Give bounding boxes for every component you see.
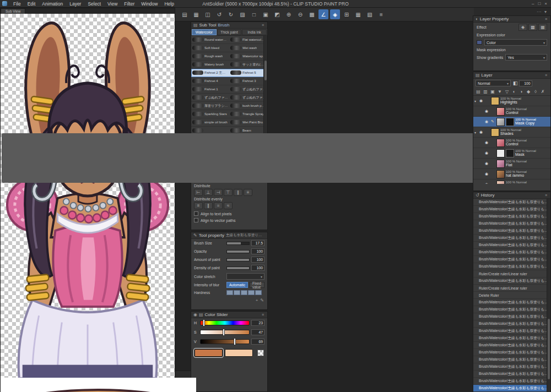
menu-window[interactable]: Window (138, 1, 161, 7)
history-entry[interactable]: Brush/Watercolor/主線も水彩も厚塗りも1本でやる欲張りもののブラ… (473, 213, 550, 220)
layer-row[interactable]: ◉ 100 % Normal Control (473, 106, 550, 117)
slider-marker[interactable] (223, 329, 224, 335)
brush-item[interactable]: サッと塗れ(筆混ぜ用ルーツ) (229, 61, 267, 68)
distribute-evenly-v-button[interactable]: ∥ (204, 202, 213, 209)
amount-of-paint-slider[interactable] (226, 258, 250, 262)
deselect-button[interactable]: □ (249, 9, 259, 19)
open-file-button[interactable]: ▦ (191, 9, 201, 19)
apply-mask-button[interactable]: ◑ (518, 88, 525, 95)
menu-animation[interactable]: Animation (39, 1, 66, 7)
layer-row[interactable]: ▾ ◉ 100 % Normal Shades (473, 127, 550, 138)
opacity-slider[interactable] (226, 250, 250, 253)
color-slider-tab-icon[interactable]: ▤ (199, 312, 203, 317)
effect-border-icon[interactable]: ◈ (518, 24, 527, 31)
history-entry[interactable]: Brush/Watercolor/主線も水彩も厚塗りも1本でやる欲張りもののブラ… (473, 199, 550, 206)
history-entry[interactable]: Brush/Watercolor/主線も水彩も厚塗りも1本でやる欲張りもののブラ… (473, 256, 550, 263)
menu-file[interactable]: File (10, 1, 24, 7)
history-entry[interactable]: Brush/Watercolor/主線も水彩も厚塗りも1本でやる欲張りもののブラ… (473, 328, 550, 335)
layer-row[interactable]: ◉ 100 % Normal Control (473, 138, 550, 148)
brush-size-value[interactable]: 17.5 (251, 240, 264, 246)
history-entry[interactable]: Brush/Watercolor/主線も水彩も厚塗りも1本でやる欲張りもののブラ… (473, 306, 550, 313)
redo-button[interactable]: ↻ (226, 9, 236, 19)
sub-view-canvas[interactable] (1, 14, 175, 378)
workspace-menu-icon[interactable]: ⋯ (537, 9, 541, 14)
scroll-thumb[interactable] (264, 61, 267, 80)
align-vector-paths-checkbox[interactable] (194, 218, 198, 222)
layer-visibility-icon[interactable]: ◉ (485, 140, 490, 145)
show-gradients-dropdown[interactable]: Yes ▾ (505, 54, 547, 61)
history-entry[interactable]: Ruler/Create ruler/Linear ruler (473, 270, 550, 277)
menu-filter[interactable]: Filter (121, 1, 138, 7)
history-entry[interactable]: Brush/Watercolor/主線も水彩も厚塗りも1本でやる欲張りもののブラ… (473, 242, 550, 249)
history-entry[interactable]: Brush/Watercolor/主線も水彩も厚塗りも1本でやる欲張りもののブラ… (473, 263, 550, 270)
density-of-paint-slider[interactable] (226, 266, 250, 270)
history-entry[interactable]: Brush/Watercolor/主線も水彩も厚塗りも1本でやる欲張りもののブラ… (473, 385, 550, 392)
layer-visibility-icon[interactable]: ◉ (485, 151, 490, 155)
distribute-evenly-gap-h-button[interactable]: = (214, 202, 223, 209)
brush-list-scrollbar[interactable] (263, 36, 267, 138)
brush-item[interactable]: ずぶぬれファイバー厚塗 (229, 94, 267, 101)
history-entry[interactable]: Brush/Watercolor/主線も水彩も厚塗りも1本でやる欲張りもののブラ… (473, 249, 550, 256)
history-entry[interactable]: Brush/Watercolor/主線も水彩も厚塗りも1本でやる欲張りもののブラ… (473, 227, 550, 235)
history-entry[interactable]: Brush/Watercolor/主線も水彩も厚塗りも1本でやる欲張りもののブラ… (473, 356, 550, 363)
layer-visibility-icon[interactable]: ◉ (479, 130, 484, 134)
select-all-button[interactable]: ▣ (261, 9, 271, 19)
slider-marker[interactable] (234, 339, 235, 345)
distribute-top-button[interactable]: ⊤ (224, 189, 233, 196)
hue-slider[interactable] (200, 320, 250, 325)
brush-item[interactable]: Rough wash (191, 52, 229, 60)
add-to-subtool-button[interactable]: + (256, 298, 258, 303)
blur-fixed-value-toggle[interactable]: Fixed value (250, 282, 264, 288)
history-entry[interactable]: Brush/Watercolor/主線も水彩も厚塗りも1本でやる欲張りもののブラ… (473, 313, 550, 320)
color-wheel-tab-icon[interactable]: ◉ (193, 312, 197, 317)
align-text-pixels-checkbox[interactable] (194, 211, 198, 216)
brush-item[interactable]: simple oil brush (191, 118, 229, 126)
sub-view-tab[interactable]: Sub View (1, 8, 25, 14)
combine-to-lower-button[interactable]: ▽ (504, 88, 510, 95)
snap-to-grid-toggle[interactable]: ⊞ (342, 9, 352, 19)
layer-visibility-icon[interactable]: ◉ (485, 182, 490, 184)
subtool-group-tab[interactable]: Thick paint (217, 29, 242, 35)
layer-visibility-icon[interactable]: ◉ (485, 161, 490, 166)
snap-to-special-ruler-toggle[interactable]: ◈ (330, 9, 340, 19)
slider-marker[interactable] (203, 320, 204, 326)
blur-automatic-toggle[interactable]: Automatic (226, 282, 248, 288)
history-entry[interactable]: Brush/Watercolor/主線も水彩も厚塗りも1本でやる欲張りもののブラ… (473, 371, 550, 378)
distribute-center-h-button[interactable]: ⊥ (204, 189, 213, 196)
brush-item[interactable]: Fishnet 4 (191, 77, 229, 85)
panel-menu-icon[interactable]: ≡ (261, 23, 265, 27)
brush-item[interactable]: bush brush painting (229, 102, 267, 110)
history-entry[interactable]: Delete Ruler (473, 292, 550, 299)
history-entry[interactable]: Brush/Watercolor/主線も水彩も厚塗りも1本でやる欲張りもののブラ… (473, 235, 550, 242)
density-of-paint-value[interactable]: 100 (251, 265, 264, 271)
brush-item[interactable]: ずぶぬれファイバー水彩 (191, 94, 229, 101)
history-entry[interactable]: Brush/Watercolor/主線も水彩も厚塗りも1本でやる欲張りもののブラ… (473, 277, 550, 285)
folder-caret-icon[interactable]: ▾ (474, 130, 478, 134)
hue-value[interactable]: 23 (251, 320, 264, 326)
layer-visibility-icon[interactable]: ◉ (485, 172, 490, 176)
layer-row[interactable]: ◉ 100 % Normal mouth (473, 179, 550, 184)
layer-visibility-icon[interactable]: ◉ (479, 99, 484, 103)
panel-menu-icon[interactable]: ≡ (544, 193, 548, 197)
brush-item[interactable]: Triangle Spray (229, 110, 267, 118)
history-entry[interactable]: Brush/Watercolor/主線も水彩も厚塗りも1本でやる欲張りもののブラ… (473, 206, 550, 213)
transfer-to-lower-button[interactable]: ▼ (496, 88, 503, 95)
subtool-group-tab[interactable]: India ink (242, 29, 267, 35)
menu-help[interactable]: Help (161, 1, 177, 7)
save-button[interactable]: ◫ (203, 9, 213, 19)
maximize-button[interactable]: □ (538, 1, 541, 6)
brush-item[interactable]: Fishnet 3 (229, 77, 267, 85)
brush-size-slider[interactable] (226, 242, 250, 245)
create-mask-button[interactable]: ◐ (511, 88, 517, 95)
color-slider-tab-label[interactable]: Color Slider (205, 312, 228, 317)
history-entry[interactable]: Brush/Watercolor/主線も水彩も厚塗りも1本でやる欲張りもののブラ… (473, 349, 550, 356)
brush-item[interactable]: Watery brush (191, 61, 229, 68)
brush-item[interactable]: Fishnet 1 (191, 85, 229, 93)
history-entry[interactable]: Brush/Watercolor/主線も水彩も厚塗りも1本でやる欲張りもののブラ… (473, 363, 550, 371)
brush-item[interactable]: Wet Paint Brush (229, 118, 267, 126)
layer-row[interactable]: ◉ 100 % Normal Flat (473, 159, 550, 169)
panel-menu-icon[interactable]: ≡ (544, 73, 548, 77)
brush-item[interactable]: 厚塗りブラシ 細 (191, 102, 229, 110)
set-reference-button[interactable]: ◆ (525, 88, 532, 95)
brush-item[interactable]: Soft bleed (191, 44, 229, 52)
